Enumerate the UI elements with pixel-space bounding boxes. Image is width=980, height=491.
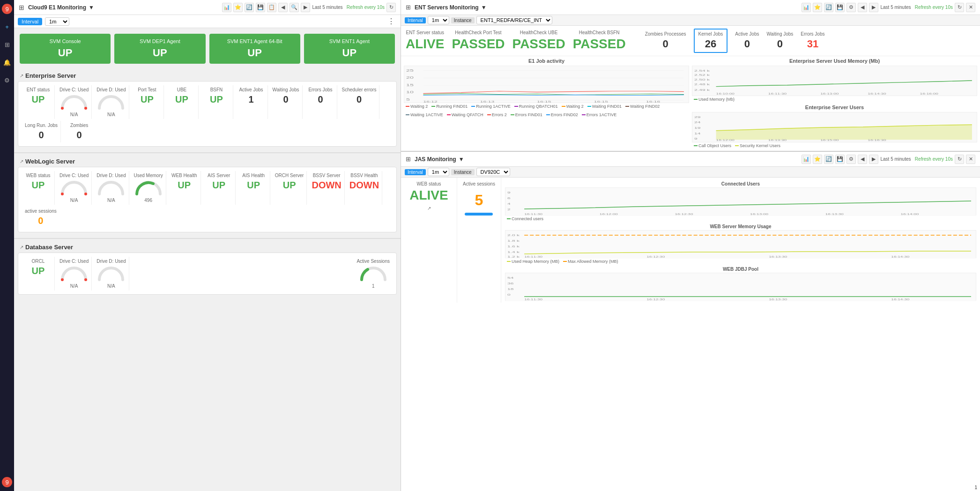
refresh-link[interactable]: Refresh every 10s bbox=[347, 5, 385, 10]
legend-waiting-find02: Waiting FIND02 bbox=[625, 104, 660, 109]
ent-memory-chart-svg: 2.54 k 2.52 k 2.50 k 2.48 k 2.49 k 16:10… bbox=[692, 66, 977, 96]
svg-text:25: 25 bbox=[406, 69, 414, 72]
svg-rect-60 bbox=[505, 273, 976, 301]
next-btn[interactable]: ▶ bbox=[301, 3, 310, 12]
interval-tab[interactable]: Interval bbox=[18, 18, 42, 25]
ent-instance-tab[interactable]: Instance bbox=[451, 17, 475, 23]
db-drive-d-value: N/A bbox=[107, 283, 115, 289]
web-health-value: UP bbox=[178, 180, 191, 191]
ent-refresh-btn[interactable]: ↻ bbox=[955, 3, 964, 12]
long-run-jobs-value: 0 bbox=[38, 130, 44, 141]
jas-star-btn[interactable]: ⭐ bbox=[813, 155, 822, 164]
jas-share-btn[interactable]: 🔄 bbox=[824, 155, 833, 164]
svm-ent1-label: SVM ENT1 Agent bbox=[309, 38, 390, 44]
svg-text:5: 5 bbox=[406, 98, 410, 101]
drive-c-value: N/A bbox=[70, 112, 78, 117]
jdbj-pool-placeholder: 54 36 18 0 16:11:30 16:12:30 16:13:30 16… bbox=[505, 273, 976, 301]
ent-share-btn[interactable]: 🔄 bbox=[824, 3, 833, 12]
zombies-widget: Zombies 0 bbox=[63, 121, 96, 142]
ent-status-label: ENT status bbox=[27, 87, 50, 92]
jas-refresh-btn[interactable]: ↻ bbox=[955, 155, 964, 164]
web-drive-d-label: Drive D: Used bbox=[97, 173, 126, 178]
port-test-label: Port Test bbox=[138, 87, 156, 92]
jas-save-btn[interactable]: 💾 bbox=[835, 155, 845, 164]
ent-interval-select[interactable]: 1m bbox=[428, 16, 449, 24]
sidebar-icon-bell[interactable]: 🔔 bbox=[2, 57, 12, 67]
ent-chart-btn[interactable]: 📊 bbox=[802, 3, 811, 12]
bssv-health-value: DOWN bbox=[349, 180, 379, 191]
svg-text:1.2 k: 1.2 k bbox=[507, 255, 520, 258]
jas-instance-tab[interactable]: Instance bbox=[451, 169, 475, 175]
jas-refresh-link[interactable]: Refresh every 10s bbox=[915, 156, 953, 162]
jas-interval-tab[interactable]: Interval bbox=[405, 169, 426, 175]
sidebar-icon-plus[interactable]: + bbox=[2, 22, 12, 32]
ent-interval-tab[interactable]: Interval bbox=[405, 17, 426, 23]
jas-settings-btn[interactable]: ⚙ bbox=[846, 155, 856, 164]
drive-c-widget: Drive C: Used N/A bbox=[57, 85, 92, 119]
web-memory-title: WEB Server Memory Usage bbox=[505, 224, 976, 229]
ent-save-btn[interactable]: 💾 bbox=[835, 3, 845, 12]
share-btn[interactable]: 🔄 bbox=[245, 3, 254, 12]
ent-users-legend: Call Object Users Security Kernel Users bbox=[692, 142, 977, 149]
enterprise-expand-icon[interactable]: ↗ bbox=[20, 73, 23, 78]
ent-refresh-link[interactable]: Refresh every 10s bbox=[915, 5, 953, 10]
jas-nav-left[interactable]: ◀ bbox=[858, 155, 867, 164]
interval-select[interactable]: 1m 5m 15m bbox=[45, 17, 69, 26]
errors-jobs-value: 0 bbox=[318, 94, 323, 105]
ent-instance-select[interactable]: ENT1_REDFA/RE/CE_INT bbox=[476, 16, 552, 24]
ent-close-btn[interactable]: ✕ bbox=[966, 3, 975, 12]
legend-errors-find01: Errors FIND01 bbox=[511, 112, 542, 117]
database-expand-icon[interactable]: ↗ bbox=[20, 245, 23, 250]
svg-text:2.54 k: 2.54 k bbox=[694, 69, 710, 72]
svg-text:4: 4 bbox=[507, 202, 511, 205]
svg-text:16:12:00: 16:12:00 bbox=[716, 139, 735, 141]
ent-port-test-value: PASSED bbox=[452, 37, 505, 52]
ent-kernel-jobs-value: 26 bbox=[705, 38, 716, 50]
svg-text:29: 29 bbox=[694, 115, 700, 119]
jas-web-status: WEB status ALIVE bbox=[409, 181, 448, 203]
jas-nav-right[interactable]: ▶ bbox=[869, 155, 878, 164]
prev-btn[interactable]: ◀ bbox=[278, 3, 288, 12]
svg-text:1.8 k: 1.8 k bbox=[507, 239, 520, 242]
active-jobs-widget: Active Jobs 1 bbox=[235, 85, 268, 119]
kebab-menu[interactable]: ⋮ bbox=[386, 17, 397, 26]
jas-chart-btn[interactable]: 📊 bbox=[802, 155, 811, 164]
svg-text:1.4 k: 1.4 k bbox=[507, 250, 520, 253]
web-status-widget: WEB status UP bbox=[22, 171, 55, 205]
jas-expand-icon[interactable]: ↗ bbox=[427, 206, 431, 211]
db-active-sessions-widget: Active Sessions 1 bbox=[354, 257, 393, 290]
db-active-sessions-gauge-svg bbox=[359, 266, 387, 283]
ent-header: ⊞ ENT Servers Monitoring ▼ 📊 ⭐ 🔄 💾 ⚙ ◀ ▶ bbox=[401, 0, 980, 15]
ent-monitoring-section: ⊞ ENT Servers Monitoring ▼ 📊 ⭐ 🔄 💾 ⚙ ◀ ▶ bbox=[401, 0, 980, 152]
page-number: 1 bbox=[974, 485, 977, 490]
sidebar-icon-settings[interactable]: ⚙ bbox=[2, 75, 12, 85]
copy-btn[interactable]: 📋 bbox=[267, 3, 276, 12]
drive-d-gauge: N/A bbox=[97, 94, 125, 117]
jas-dropdown-arrow[interactable]: ▼ bbox=[459, 156, 464, 163]
refresh-btn[interactable]: ↻ bbox=[386, 3, 396, 12]
jas-interval-select[interactable]: 1m bbox=[428, 168, 449, 176]
ent-waiting-jobs-label: Waiting Jobs bbox=[766, 31, 793, 37]
ent-nav-left[interactable]: ◀ bbox=[858, 3, 867, 12]
ent-memory-chart-title: Enterprise Server Used Memory (Mb) bbox=[692, 58, 977, 64]
ent-dropdown-arrow[interactable]: ▼ bbox=[481, 4, 487, 11]
svg-text:16:16:30: 16:16:30 bbox=[868, 139, 886, 141]
ent-star-btn[interactable]: ⭐ bbox=[813, 3, 822, 12]
jas-instance-select[interactable]: DV920C bbox=[476, 168, 510, 176]
save-btn[interactable]: 💾 bbox=[256, 3, 265, 12]
sidebar-icon-user[interactable]: 9 bbox=[2, 477, 12, 487]
ent-settings-btn[interactable]: ⚙ bbox=[846, 3, 856, 12]
ent-waiting-jobs-value: 0 bbox=[777, 38, 783, 50]
chart-btn[interactable]: 📊 bbox=[222, 3, 231, 12]
connected-users-svg: 9 6 4 2 16:11:30 16:12:00 16:12:30 16:13… bbox=[505, 188, 976, 216]
sidebar-icon-grid[interactable]: ⊞ bbox=[2, 39, 12, 50]
ent-nav-right[interactable]: ▶ bbox=[869, 3, 878, 12]
star-btn[interactable]: ⭐ bbox=[233, 3, 243, 12]
jas-close-btn[interactable]: ✕ bbox=[966, 155, 975, 164]
ent-refresh-info: Last 5 minutes Refresh every 10s bbox=[880, 5, 953, 10]
drive-c-gauge-svg bbox=[60, 94, 88, 111]
svg-text:16:11:30: 16:11:30 bbox=[524, 298, 543, 301]
title-dropdown-arrow[interactable]: ▼ bbox=[89, 4, 94, 11]
zoom-btn[interactable]: 🔍 bbox=[290, 3, 299, 12]
weblogic-expand-icon[interactable]: ↗ bbox=[20, 159, 23, 164]
